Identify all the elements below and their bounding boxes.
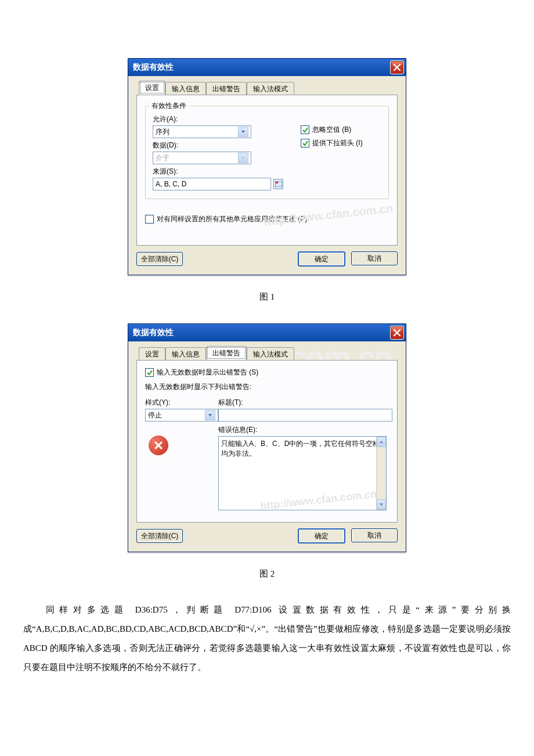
- textarea-scrollbar[interactable]: [376, 437, 386, 510]
- dropdown-arrow-row[interactable]: 提供下拉箭头 (I): [301, 138, 381, 148]
- dialog1-wrapper: 数据有效性 设置 输入信息 出错警告 输入法模式 有效性条件: [0, 58, 534, 275]
- ok-label: 确定: [315, 531, 329, 541]
- checkbox-checked-icon[interactable]: [301, 139, 309, 147]
- close-icon[interactable]: [390, 60, 404, 74]
- validity-group-title: 有效性条件: [149, 101, 189, 111]
- dropdown-arrow-label: 提供下拉箭头 (I): [312, 138, 363, 148]
- title-field-label: 标题(T):: [218, 398, 392, 408]
- error-message-text: 只能输入A、B、C、D中的一项，其它任何符号空格均为非法。: [221, 440, 380, 458]
- range-selector-icon[interactable]: [273, 179, 283, 189]
- dialog1-pane: 有效性条件 允许(A): 序列: [136, 95, 398, 246]
- ignore-blank-label: 忽略空值 (B): [312, 125, 351, 135]
- ok-label: 确定: [315, 254, 329, 264]
- error-stop-icon: [149, 435, 168, 455]
- chevron-down-icon: [238, 153, 248, 163]
- tab-ime-mode[interactable]: 输入法模式: [247, 82, 294, 95]
- watermark-text: http://www.cfan.com.cn: [259, 488, 377, 513]
- cancel-label: 取消: [367, 254, 381, 264]
- tab-settings[interactable]: 设置: [139, 347, 165, 361]
- data-value: 介于: [156, 153, 169, 163]
- clear-all-button[interactable]: 全部清除(C): [136, 529, 183, 543]
- cancel-button[interactable]: 取消: [351, 528, 398, 542]
- scroll-up-icon[interactable]: [377, 437, 386, 447]
- dialog2-titlebar[interactable]: 数据有效性: [128, 324, 406, 341]
- ok-button[interactable]: 确定: [298, 251, 345, 267]
- cancel-button[interactable]: 取消: [351, 251, 398, 265]
- allow-label: 允许(A):: [153, 114, 283, 124]
- tab-input-message[interactable]: 输入信息: [165, 82, 206, 95]
- dialog1-titlebar[interactable]: 数据有效性: [128, 59, 406, 76]
- dialog1-tabs: 设置 输入信息 出错警告 输入法模式: [136, 82, 398, 95]
- show-alert-label: 输入无效数据时显示出错警告 (S): [157, 368, 258, 377]
- dialog1-body: 设置 输入信息 出错警告 输入法模式 有效性条件 允许(A):: [128, 76, 406, 275]
- data-validation-dialog-2: 数据有效性 www.yixin.com.cn 设置 输入信息 出错警告 输入法模…: [128, 323, 406, 552]
- style-select[interactable]: 停止: [145, 409, 218, 422]
- close-icon[interactable]: [390, 326, 404, 340]
- message-label: 错误信息(E):: [218, 425, 392, 435]
- chevron-down-icon[interactable]: [238, 127, 248, 137]
- dialog2-footer: 全部清除(C) 确定 取消: [136, 523, 398, 543]
- source-value: A, B, C, D: [156, 180, 186, 188]
- source-label: 来源(S):: [153, 167, 283, 177]
- cancel-label: 取消: [367, 531, 381, 541]
- style-label: 样式(Y):: [145, 398, 218, 408]
- tab-error-alert[interactable]: 出错警告: [206, 82, 247, 95]
- dialog2-pane: 输入无效数据时显示出错警告 (S) 输入无效数据时显示下列出错警告: 样式(Y)…: [136, 360, 398, 523]
- validity-groupbox: 有效性条件 允许(A): 序列: [145, 106, 389, 199]
- style-value: 停止: [148, 411, 162, 420]
- checkbox-checked-icon[interactable]: [301, 125, 309, 134]
- error-message-textarea[interactable]: 只能输入A、B、C、D中的一项，其它任何符号空格均为非法。 http://www…: [218, 436, 387, 510]
- tab-input-message[interactable]: 输入信息: [165, 347, 206, 361]
- clear-all-label: 全部清除(C): [141, 254, 179, 264]
- apply-others-label: 对有同样设置的所有其他单元格应用这些更改 (P): [157, 214, 307, 224]
- figure-2-caption: 图 2: [0, 568, 534, 579]
- clear-all-label: 全部清除(C): [141, 531, 179, 541]
- dialog1-footer: 全部清除(C) 确定 取消: [136, 246, 398, 267]
- style-column: 样式(Y): 停止: [145, 395, 218, 510]
- alert-group-title: 输入无效数据时显示下列出错警告:: [145, 382, 389, 392]
- body-paragraph: 同样对多选题 D36:D75，判断题 D77:D106 设置数据有效性，只是“来…: [0, 600, 534, 677]
- dialog2-title-text: 数据有效性: [133, 327, 390, 338]
- message-column: 标题(T): 错误信息(E): 只能输入A、B、C、D中的一项，其它任何符号空格…: [218, 395, 392, 510]
- figure-1-caption: 图 1: [0, 291, 534, 303]
- data-select: 介于: [153, 152, 251, 164]
- scroll-down-icon[interactable]: [377, 499, 386, 510]
- paragraph-text: 同样对多选题 D36:D75，判断题 D77:D106 设置数据有效性，只是“来…: [23, 605, 511, 672]
- apply-others-row[interactable]: 对有同样设置的所有其他单元格应用这些更改 (P): [145, 214, 389, 224]
- allow-label-text: 允许(A):: [153, 115, 178, 123]
- right-column: 忽略空值 (B) 提供下拉箭头 (I): [283, 112, 381, 190]
- document-page: 数据有效性 设置 输入信息 出错警告 输入法模式 有效性条件: [0, 0, 534, 712]
- clear-all-button[interactable]: 全部清除(C): [136, 252, 183, 266]
- checkbox-checked-icon[interactable]: [145, 368, 154, 377]
- dialog2-tabs: 设置 输入信息 出错警告 输入法模式: [136, 347, 398, 360]
- ignore-blank-row[interactable]: 忽略空值 (B): [301, 125, 381, 135]
- dialog1-title-text: 数据有效性: [133, 62, 390, 73]
- source-input[interactable]: A, B, C, D: [153, 178, 271, 190]
- show-alert-row[interactable]: 输入无效数据时显示出错警告 (S): [145, 368, 389, 377]
- allow-value: 序列: [156, 127, 169, 137]
- data-validation-dialog-1: 数据有效性 设置 输入信息 出错警告 输入法模式 有效性条件: [128, 58, 406, 275]
- tab-ime-mode[interactable]: 输入法模式: [247, 347, 294, 361]
- chevron-down-icon[interactable]: [205, 410, 215, 420]
- checkbox-unchecked-icon[interactable]: [145, 215, 154, 224]
- data-label: 数据(D):: [153, 141, 283, 150]
- tab-settings[interactable]: 设置: [139, 81, 165, 95]
- tab-error-alert[interactable]: 出错警告: [206, 346, 247, 360]
- dialog2-wrapper: 数据有效性 www.yixin.com.cn 设置 输入信息 出错警告 输入法模…: [0, 323, 534, 552]
- title-input[interactable]: [218, 409, 392, 422]
- allow-select[interactable]: 序列: [153, 125, 251, 138]
- svg-rect-1: [276, 182, 278, 183]
- dialog2-body: www.yixin.com.cn 设置 输入信息 出错警告 输入法模式 输入无效…: [128, 341, 406, 552]
- ok-button[interactable]: 确定: [298, 528, 345, 543]
- left-column: 允许(A): 序列 数据(D): 介于: [153, 112, 283, 190]
